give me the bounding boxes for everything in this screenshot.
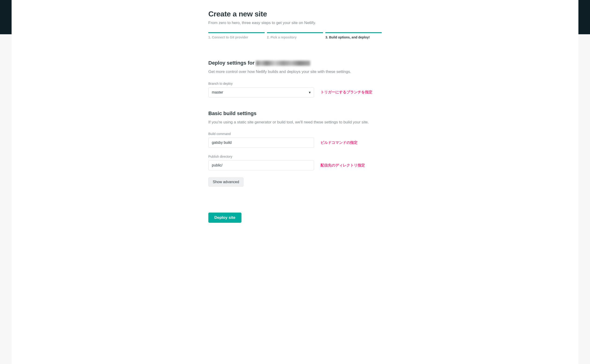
page-subtitle: From zero to hero, three easy steps to g… <box>208 21 382 25</box>
page-card: Create a new site From zero to hero, thr… <box>12 0 578 34</box>
step-1-connect-git[interactable]: 1. Connect to Git provider <box>208 32 265 34</box>
content-container: Create a new site From zero to hero, thr… <box>208 0 382 34</box>
page-title: Create a new site <box>208 10 382 18</box>
step-2-pick-repo[interactable]: 2. Pick a repository <box>267 32 323 34</box>
stepper: 1. Connect to Git provider 2. Pick a rep… <box>208 32 382 34</box>
step-3-build-deploy[interactable]: 3. Build options, and deploy! <box>325 32 382 34</box>
